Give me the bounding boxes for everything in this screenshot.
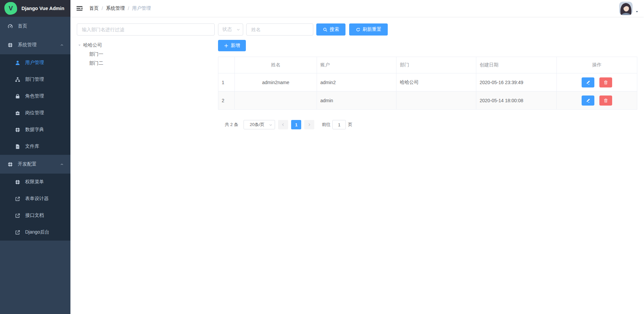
page-number-button[interactable]: 1 (291, 120, 301, 129)
cell-created: 2020-05-16 23:39:49 (476, 73, 557, 91)
sidebar-item-dept-mgmt[interactable]: 部门管理 (0, 71, 70, 88)
user-table-panel: 状态 搜索 (218, 23, 637, 129)
page-content: 哈哈公司 部门一 部门二 状态 (70, 17, 644, 314)
sidebar-item-label: 首页 (18, 23, 27, 29)
trash-icon (603, 98, 608, 103)
tree-node-child[interactable]: 部门二 (77, 59, 215, 68)
sidebar-item-role-mgmt[interactable]: 角色管理 (0, 88, 70, 105)
goto-page-input[interactable] (332, 120, 346, 129)
hamburger-icon[interactable] (76, 5, 83, 12)
name-filter-input[interactable] (246, 23, 313, 36)
tree-node-child[interactable]: 部门一 (77, 50, 215, 59)
component-icon (15, 127, 20, 133)
status-select[interactable]: 状态 (218, 23, 243, 36)
col-header-actions: 操作 (557, 57, 637, 73)
dept-tree-panel: 哈哈公司 部门一 部门二 (77, 23, 215, 68)
dept-tree: 哈哈公司 部门一 部门二 (77, 41, 215, 68)
col-header-index (218, 57, 235, 73)
next-page-button[interactable] (304, 120, 314, 129)
reset-button-label: 刷新重置 (363, 26, 381, 33)
chevron-left-icon (281, 123, 285, 127)
chevron-up-icon (60, 163, 64, 166)
sidebar-item-label: 部门管理 (25, 76, 44, 82)
sidebar-group-system[interactable]: 系统管理 (0, 36, 70, 54)
sidebar-item-perm-menu[interactable]: 权限菜单 (0, 174, 70, 190)
sidebar-item-label: 数据字典 (25, 127, 44, 133)
document-icon (15, 144, 20, 149)
table-header-row: 姓名 账户 部门 创建日期 操作 (218, 57, 637, 73)
delete-button[interactable] (599, 96, 612, 106)
cell-index: 2 (218, 91, 235, 110)
sidebar-item-post-mgmt[interactable]: 岗位管理 (0, 105, 70, 121)
edit-button[interactable] (582, 77, 594, 87)
delete-button[interactable] (599, 77, 612, 87)
app-title: Django Vue Admin (21, 6, 64, 11)
dept-filter-input[interactable] (77, 23, 215, 36)
org-tree-icon (15, 77, 20, 82)
sidebar-item-user-mgmt[interactable]: 用户管理 (0, 54, 70, 71)
external-link-icon (15, 230, 20, 235)
sidebar-group-label: 开发配置 (18, 161, 37, 167)
user-table: 姓名 账户 部门 创建日期 操作 1 admin2name ad (218, 57, 637, 110)
tree-node-label: 哈哈公司 (83, 42, 102, 48)
chevron-right-icon (307, 123, 311, 127)
col-header-created: 创建日期 (476, 57, 557, 73)
sidebar-logo[interactable]: V Django Vue Admin (0, 0, 70, 17)
dashboard-icon (7, 23, 13, 29)
breadcrumb-separator: / (128, 6, 129, 11)
trash-icon (603, 80, 608, 85)
refresh-reset-button[interactable]: 刷新重置 (349, 23, 388, 36)
sidebar: V Django Vue Admin 首页 系统管理 (0, 0, 70, 314)
filter-toolbar: 状态 搜索 (218, 23, 637, 36)
sidebar-group-dev-config[interactable]: 开发配置 (0, 155, 70, 174)
plus-icon (224, 43, 229, 48)
navbar-right (619, 2, 639, 15)
sidebar-item-dashboard[interactable]: 首页 (0, 17, 70, 36)
breadcrumb: 首页 / 系统管理 / 用户管理 (89, 5, 151, 11)
user-avatar[interactable] (619, 2, 633, 15)
sidebar-item-file-lib[interactable]: 文件库 (0, 138, 70, 155)
chevron-down-icon (236, 27, 240, 32)
breadcrumb-item-system[interactable]: 系统管理 (106, 5, 125, 11)
add-user-button[interactable]: 新增 (218, 40, 246, 51)
tree-node-label: 部门二 (89, 60, 103, 66)
cell-account: admin (317, 91, 396, 110)
search-icon (323, 27, 328, 32)
sidebar-item-label: Django后台 (25, 229, 49, 235)
pagination-total: 共 2 条 (225, 122, 238, 128)
app-logo-icon: V (4, 2, 17, 15)
sidebar-item-label: 权限菜单 (25, 179, 44, 185)
pagination: 共 2 条 20条/页 1 (225, 120, 637, 129)
goto-label: 前往 (322, 122, 330, 128)
tree-node-root[interactable]: 哈哈公司 (77, 41, 215, 50)
breadcrumb-separator: / (102, 6, 103, 11)
cell-actions (557, 91, 637, 110)
cell-index: 1 (218, 73, 235, 91)
cell-account: admin2 (317, 73, 396, 91)
breadcrumb-item-home[interactable]: 首页 (89, 5, 99, 11)
navbar: 首页 / 系统管理 / 用户管理 (70, 0, 644, 17)
chevron-down-icon (269, 123, 273, 127)
sidebar-item-api-docs[interactable]: 接口文档 (0, 207, 70, 224)
cell-department: 哈哈公司 (396, 73, 476, 91)
submenu-dev-config: 权限菜单 表单设计器 接口文档 (0, 174, 70, 241)
caret-down-icon[interactable] (78, 44, 81, 47)
search-button[interactable]: 搜索 (316, 23, 345, 36)
search-button-label: 搜索 (330, 26, 339, 33)
page-size-select[interactable]: 20条/页 (244, 120, 275, 129)
sidebar-item-label: 用户管理 (25, 60, 44, 66)
edit-button[interactable] (582, 96, 594, 106)
edit-icon (586, 98, 590, 103)
sidebar-item-django-admin[interactable]: Django后台 (0, 224, 70, 241)
sidebar-item-data-dict[interactable]: 数据字典 (0, 121, 70, 138)
sidebar-item-form-designer[interactable]: 表单设计器 (0, 190, 70, 207)
tree-node-label: 部门一 (89, 51, 103, 57)
user-icon (15, 60, 20, 66)
cell-department (396, 91, 476, 110)
col-header-department: 部门 (396, 57, 476, 73)
submenu-system: 用户管理 部门管理 角色管理 (0, 54, 70, 155)
lock-icon (15, 93, 20, 99)
sidebar-item-label: 文件库 (25, 143, 39, 149)
prev-page-button[interactable] (278, 120, 288, 129)
caret-down-icon[interactable] (635, 9, 639, 12)
